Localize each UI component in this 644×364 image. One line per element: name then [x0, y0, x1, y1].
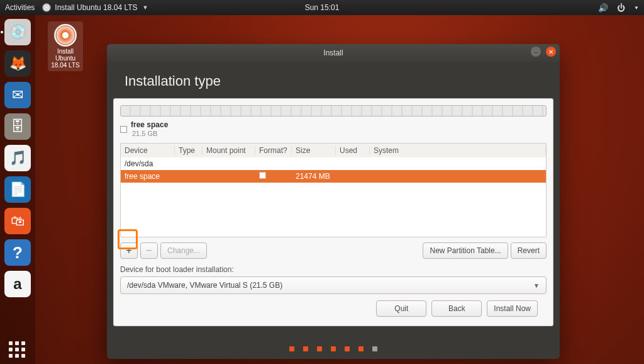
legend-size: 21.5 GB	[132, 130, 157, 137]
table-row[interactable]: free space21474 MB	[121, 170, 546, 183]
cd-icon	[42, 3, 51, 12]
progress-dot	[331, 346, 336, 351]
remove-partition-button[interactable]: −	[140, 242, 158, 259]
wizard-progress-dots	[107, 330, 560, 359]
desktop-icon-label: Install	[57, 48, 74, 55]
boot-loader-device-value: /dev/sda VMware, VMware Virtual S (21.5 …	[127, 281, 282, 290]
column-header[interactable]: Device	[121, 146, 175, 155]
boot-loader-device-combo[interactable]: /dev/sda VMware, VMware Virtual S (21.5 …	[120, 276, 547, 294]
firefox-icon[interactable]: 🦊	[4, 50, 31, 77]
table-row[interactable]: /dev/sda	[121, 157, 546, 170]
amazon-icon[interactable]: a	[4, 271, 31, 297]
window-title: Install	[323, 48, 343, 57]
thunderbird-icon[interactable]: ✉	[4, 82, 31, 108]
back-button[interactable]: Back	[431, 300, 482, 317]
legend-swatch	[120, 126, 127, 133]
cd-icon	[54, 24, 77, 47]
quit-button[interactable]: Quit	[376, 300, 426, 317]
installer-window: Install – ✕ Installation type free space…	[107, 44, 560, 359]
column-header[interactable]: Used	[336, 146, 370, 155]
progress-dot	[345, 346, 350, 351]
disk-usage-legend: free space 21.5 GB	[120, 120, 547, 138]
show-applications-button[interactable]	[9, 341, 25, 358]
new-partition-table-button[interactable]: New Partition Table...	[423, 242, 508, 259]
chevron-down-icon: ▼	[143, 4, 148, 11]
legend-title: free space	[131, 120, 168, 129]
help-icon[interactable]: ?	[4, 239, 31, 266]
app-menu[interactable]: Install Ubuntu 18.04 LTS ▼	[42, 3, 148, 12]
revert-button[interactable]: Revert	[511, 242, 547, 259]
disk-usage-bar	[120, 105, 547, 117]
progress-dot	[358, 346, 364, 351]
page-title: Installation type	[107, 62, 560, 98]
dock: 💿🦊✉🗄🎵📄🛍?a	[0, 15, 35, 364]
top-bar: Activities Install Ubuntu 18.04 LTS ▼ Su…	[0, 0, 644, 15]
add-partition-button[interactable]: +	[120, 242, 138, 259]
software-icon[interactable]: 🛍	[4, 208, 31, 234]
column-header[interactable]: Type	[175, 146, 203, 155]
partition-toolbar: + − Change... New Partition Table... Rev…	[120, 242, 547, 259]
change-partition-button[interactable]: Change...	[160, 242, 207, 259]
partition-panel: free space 21.5 GB DeviceTypeMount point…	[113, 98, 553, 326]
table-header: DeviceTypeMount pointFormat?SizeUsedSyst…	[121, 144, 546, 157]
partition-table[interactable]: DeviceTypeMount pointFormat?SizeUsedSyst…	[120, 143, 547, 237]
progress-dot	[317, 346, 322, 351]
column-header[interactable]: System	[370, 146, 546, 155]
rhythmbox-icon[interactable]: 🎵	[4, 145, 31, 171]
close-button[interactable]: ✕	[546, 47, 556, 57]
files-icon[interactable]: 🗄	[4, 113, 31, 140]
install-now-button[interactable]: Install Now	[487, 300, 538, 317]
minimize-button[interactable]: –	[531, 47, 541, 57]
column-header[interactable]: Size	[292, 146, 336, 155]
app-menu-label: Install Ubuntu 18.04 LTS	[55, 3, 137, 12]
writer-icon[interactable]: 📄	[4, 176, 31, 203]
activities-button[interactable]: Activities	[5, 3, 35, 12]
column-header[interactable]: Format?	[255, 146, 292, 155]
column-header[interactable]: Mount point	[203, 146, 255, 155]
window-titlebar[interactable]: Install – ✕	[107, 44, 560, 62]
progress-dot	[289, 346, 294, 351]
power-icon[interactable]: ⏻	[617, 3, 625, 13]
chevron-down-icon: ▼	[533, 282, 540, 289]
wizard-nav: Quit Back Install Now	[120, 294, 547, 317]
progress-dot	[372, 346, 377, 351]
volume-icon[interactable]: 🔊	[598, 3, 608, 13]
system-menu-chevron-icon[interactable]: ▼	[634, 5, 639, 11]
desktop-icon-install-ubuntu[interactable]: Install Ubuntu 18.04 LTS	[48, 21, 83, 71]
progress-dot	[303, 346, 308, 351]
boot-loader-label: Device for boot loader installation:	[120, 265, 547, 274]
installer-icon[interactable]: 💿	[4, 19, 31, 45]
